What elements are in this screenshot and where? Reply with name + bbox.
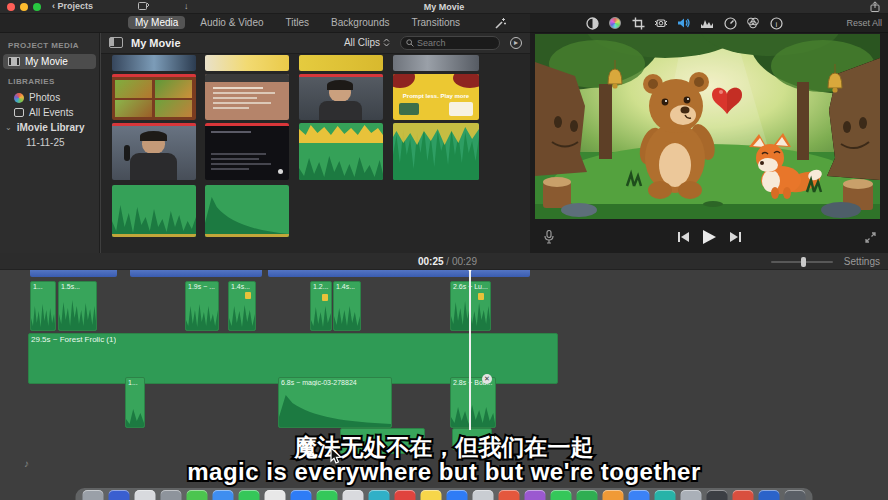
play-button[interactable] — [703, 230, 716, 244]
dock-app-icon[interactable] — [109, 490, 130, 500]
search-icon — [406, 39, 414, 47]
sidebar-item-event-date[interactable]: 11-11-25 — [0, 135, 99, 150]
dock-app-icon[interactable] — [551, 490, 572, 500]
dock-app-icon[interactable] — [317, 490, 338, 500]
dock-app-icon[interactable] — [629, 490, 650, 500]
timeline-audio-clip[interactable]: 1.9s ~ ... — [185, 281, 219, 331]
color-balance-icon[interactable] — [585, 16, 599, 30]
search-field[interactable] — [400, 36, 500, 50]
dock-app-icon[interactable] — [265, 490, 286, 500]
timeline-audio-clip[interactable]: 1.5s... — [58, 281, 97, 331]
stabilization-icon[interactable] — [654, 16, 668, 30]
media-thumbnail-video[interactable] — [299, 55, 383, 71]
skip-forward-button[interactable] — [730, 232, 741, 242]
tab-transitions[interactable]: Transitions — [404, 16, 467, 29]
search-input[interactable] — [417, 38, 492, 48]
browser-header: My Movie All Clips ▸ — [101, 33, 530, 54]
color-filters-icon[interactable] — [746, 16, 760, 30]
dock-app-icon[interactable] — [473, 490, 494, 500]
fullscreen-icon[interactable] — [865, 232, 876, 243]
clip-size-control-icon[interactable]: ▸ — [510, 37, 522, 49]
dock-app-icon[interactable] — [395, 490, 416, 500]
share-icon[interactable] — [870, 1, 880, 12]
dock-app-icon[interactable] — [603, 490, 624, 500]
skip-back-button[interactable] — [678, 232, 689, 242]
tab-titles[interactable]: Titles — [279, 16, 317, 29]
playhead[interactable] — [469, 266, 471, 430]
dock-app-icon[interactable] — [681, 490, 702, 500]
reset-all-button[interactable]: Reset All — [846, 18, 882, 28]
time-total: / 00:29 — [444, 256, 477, 267]
tab-audio-video[interactable]: Audio & Video — [193, 16, 270, 29]
timeline-audio-clip[interactable]: 1.2... — [310, 281, 332, 331]
chevron-down-icon[interactable]: ⌄ — [5, 123, 12, 132]
dock-app-icon[interactable] — [343, 490, 364, 500]
timeline-audio-clip[interactable]: 1.4s... — [333, 281, 361, 331]
dock-app-icon[interactable] — [655, 490, 676, 500]
clip-delete-badge-icon[interactable]: ✕ — [482, 374, 492, 384]
sidebar-item-my-movie[interactable]: My Movie — [3, 54, 96, 69]
dock-app-icon[interactable] — [369, 490, 390, 500]
waveform — [126, 399, 144, 427]
media-thumbnail-audio[interactable] — [205, 185, 289, 237]
timeline-audio-clip[interactable]: 1.4s... — [228, 281, 256, 331]
time-current: 00:25 — [418, 256, 444, 267]
sidebar-item-imovie-library[interactable]: ⌄ iMovie Library — [0, 120, 99, 135]
dock-app-icon[interactable] — [187, 490, 208, 500]
timeline-zoom-slider[interactable] — [771, 261, 833, 263]
media-thumbnail-promo[interactable]: Prompt less. Play more — [393, 74, 479, 120]
media-thumbnail-code-screen[interactable] — [205, 123, 289, 180]
media-thumbnail-document[interactable] — [205, 74, 289, 120]
dock-app-icon[interactable] — [161, 490, 182, 500]
volume-icon[interactable] — [677, 16, 691, 30]
media-thumbnail-presenter[interactable] — [299, 74, 383, 120]
media-thumbnail-audio[interactable] — [393, 123, 479, 180]
timeline-audio-clip[interactable]: 6.8s ~ magic-03-278824 — [278, 377, 392, 428]
dock-app-icon[interactable] — [577, 490, 598, 500]
dock-app-icon[interactable] — [135, 490, 156, 500]
dock-app-icon[interactable] — [421, 490, 442, 500]
dock-app-icon[interactable] — [785, 490, 806, 500]
tab-my-media[interactable]: My Media — [128, 16, 185, 29]
sidebar-toggle-icon[interactable] — [109, 37, 123, 48]
dock-app-icon[interactable] — [447, 490, 468, 500]
media-thumbnail-video[interactable] — [205, 55, 289, 71]
waveform — [299, 123, 383, 143]
media-thumbnail-mic-presenter[interactable] — [112, 123, 196, 180]
timeline-audio-clip[interactable]: 1... — [125, 377, 145, 428]
video-preview[interactable] — [535, 34, 880, 219]
timeline-audio-clip[interactable]: 1... — [30, 281, 56, 331]
dock-app-icon[interactable] — [213, 490, 234, 500]
sidebar-item-all-events[interactable]: All Events — [0, 105, 99, 120]
timeline-audio-clip[interactable]: 2.8s ~ Bob... — [450, 377, 496, 428]
media-thumbnail-audio[interactable] — [112, 185, 196, 237]
magic-wand-icon[interactable] — [494, 17, 507, 30]
waveform — [393, 123, 479, 149]
dock-app-icon[interactable] — [759, 490, 780, 500]
media-thumbnail-audio[interactable] — [299, 123, 383, 180]
dock-app-icon[interactable] — [707, 490, 728, 500]
dock-app-icon[interactable] — [733, 490, 754, 500]
color-correction-icon[interactable] — [608, 16, 622, 30]
media-thumbnail-video[interactable] — [393, 55, 479, 71]
dock-app-icon[interactable] — [499, 490, 520, 500]
dock-app-icon[interactable] — [83, 490, 104, 500]
imovie-window: ‹ Projects ↓ My Movie My Media Audio & V… — [0, 0, 888, 500]
timeline-settings-button[interactable]: Settings — [844, 256, 880, 267]
clip-filter-dropdown[interactable]: All Clips — [344, 37, 390, 48]
tab-backgrounds[interactable]: Backgrounds — [324, 16, 396, 29]
dock-app-icon[interactable] — [525, 490, 546, 500]
media-thumbnail-bear-collage[interactable] — [112, 74, 196, 120]
info-icon[interactable]: i — [769, 16, 783, 30]
media-thumbnail-video[interactable] — [112, 55, 196, 71]
zoom-slider-thumb[interactable] — [801, 257, 806, 267]
crop-icon[interactable] — [631, 16, 645, 30]
waveform — [299, 146, 383, 180]
speed-icon[interactable] — [723, 16, 737, 30]
window-title: My Movie — [0, 2, 888, 12]
noise-reduction-icon[interactable] — [700, 16, 714, 30]
sidebar-item-photos[interactable]: Photos — [0, 90, 99, 105]
dock-app-icon[interactable] — [239, 490, 260, 500]
dock-app-icon[interactable] — [291, 490, 312, 500]
waveform — [311, 298, 331, 330]
